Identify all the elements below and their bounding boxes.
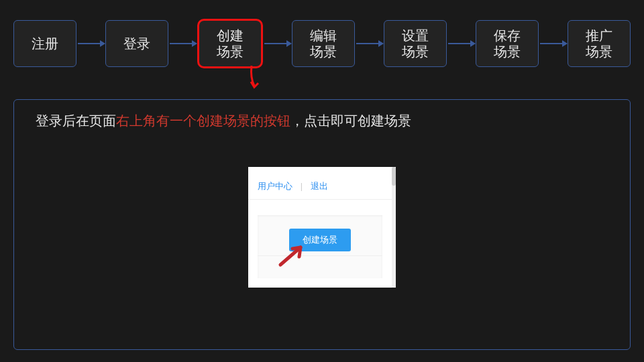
step-create-scene: 创建 场景	[197, 19, 263, 68]
slide: 注册 登录 创建 场景 编辑 场景 设置 场景 保存 场景 推广 场景 登录后在…	[0, 0, 644, 362]
user-center-link[interactable]: 用户中心	[258, 181, 292, 191]
description-text: 登录后在页面右上角有一个创建场景的按钮，点击即可创建场景	[36, 112, 411, 130]
arrow-icon	[78, 43, 105, 44]
step-register: 注册	[13, 20, 76, 67]
description-post: ，点击即可创建场景	[290, 113, 411, 128]
workflow-steps: 注册 登录 创建 场景 编辑 场景 设置 场景 保存 场景 推广 场景	[13, 19, 631, 68]
step-edit-scene: 编辑 场景	[292, 20, 355, 67]
callout-arrow-icon	[278, 243, 307, 269]
description-pre: 登录后在页面	[36, 113, 116, 128]
divider	[258, 255, 382, 256]
screenshot-body: 创建场景	[258, 215, 382, 278]
step-configure-scene: 设置 场景	[384, 20, 447, 67]
arrow-icon	[264, 43, 291, 44]
content-panel: 登录后在页面右上角有一个创建场景的按钮，点击即可创建场景 用户中心 | 退出 创…	[13, 99, 631, 350]
arrow-icon	[170, 43, 197, 44]
scrollbar[interactable]	[392, 167, 396, 288]
step-save-scene: 保存 场景	[476, 20, 539, 67]
step-promote-scene: 推广 场景	[568, 20, 631, 67]
arrow-icon	[448, 43, 475, 44]
logout-link[interactable]: 退出	[311, 181, 328, 191]
arrow-icon	[540, 43, 567, 44]
separator: |	[301, 181, 303, 191]
description-highlight: 右上角有一个创建场景的按钮	[116, 113, 290, 128]
header-links: 用户中心 | 退出	[258, 180, 328, 192]
embedded-screenshot: 用户中心 | 退出 创建场景	[248, 167, 396, 288]
divider	[248, 199, 392, 200]
arrow-icon	[356, 43, 383, 44]
step-login: 登录	[105, 20, 168, 67]
